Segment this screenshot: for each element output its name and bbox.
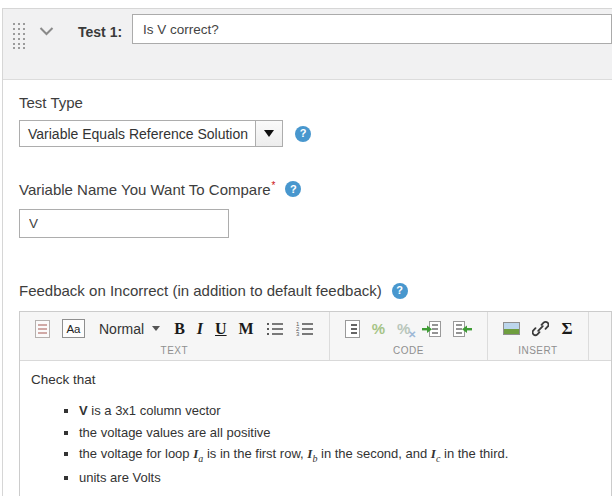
monospace-button[interactable]: M — [239, 320, 254, 338]
drag-handle-icon[interactable] — [13, 23, 25, 49]
toolbar-spacer — [589, 312, 611, 360]
feedback-bullet-item: the voltage values are all positive — [79, 424, 601, 442]
test-type-label: Test Type — [19, 94, 612, 111]
feedback-bullet-list: V is a 3x1 column vectorthe voltage valu… — [31, 402, 601, 487]
test-number-label: Test 1: — [78, 24, 122, 40]
chevron-down-icon — [152, 326, 160, 331]
feedback-bullet-item: units are Volts — [79, 469, 601, 487]
toolbar-group-insert: Σ INSERT — [488, 312, 588, 360]
help-icon[interactable]: ? — [285, 181, 301, 197]
toolbar-group-code: % %✕ — [330, 312, 489, 360]
insert-image-icon[interactable] — [503, 322, 520, 335]
dropdown-arrow-icon[interactable] — [255, 121, 282, 146]
feedback-editor-content[interactable]: Check that V is a 3x1 column vectorthe v… — [20, 361, 611, 496]
variable-name-label-row: Variable Name You Want To Compare* ? — [19, 180, 612, 198]
help-icon[interactable]: ? — [295, 126, 311, 142]
insert-equation-button[interactable]: Σ — [561, 319, 572, 339]
svg-text:3: 3 — [296, 331, 300, 336]
required-asterisk: * — [272, 180, 276, 191]
feedback-bullet-item: the voltage for loop Ia is in the first … — [79, 445, 601, 465]
code-block-icon[interactable] — [345, 320, 360, 338]
feedback-editor: Aa Normal B I U M — [19, 311, 612, 496]
variable-name-label: Variable Name You Want To Compare* — [19, 180, 275, 198]
bold-button[interactable]: B — [174, 320, 185, 338]
toolbar-caption-code: CODE — [330, 345, 488, 360]
toolbar-group-text: Aa Normal B I U M — [20, 312, 330, 360]
test-type-select[interactable]: Variable Equals Reference Solution — [19, 120, 283, 147]
insert-link-icon[interactable] — [532, 320, 549, 337]
toolbar-caption-text: TEXT — [20, 345, 329, 360]
font-style-button[interactable]: Aa — [62, 319, 85, 338]
indent-button[interactable] — [422, 320, 441, 338]
uncomment-button[interactable]: %✕ — [397, 320, 410, 337]
underline-button[interactable]: U — [215, 320, 227, 338]
test-type-selected-value: Variable Equals Reference Solution — [20, 121, 255, 146]
feedback-label: Feedback on Incorrect (in addition to de… — [19, 282, 382, 299]
toolbar-caption-insert: INSERT — [488, 345, 587, 360]
test-title-input[interactable] — [132, 14, 612, 44]
test-header-bar: Test 1: — [3, 9, 612, 80]
italic-button[interactable]: I — [197, 320, 203, 338]
document-view-icon[interactable] — [35, 320, 50, 338]
numbered-list-button[interactable]: 123 — [296, 321, 314, 336]
paragraph-style-value: Normal — [99, 321, 144, 337]
help-icon[interactable]: ? — [392, 283, 408, 299]
feedback-label-row: Feedback on Incorrect (in addition to de… — [19, 282, 612, 299]
test-body: Test Type Variable Equals Reference Solu… — [3, 80, 612, 496]
bullet-list-button[interactable] — [266, 321, 284, 336]
editor-toolbar: Aa Normal B I U M — [20, 312, 611, 361]
paragraph-style-dropdown[interactable]: Normal — [99, 321, 160, 337]
x-mark-icon: ✕ — [408, 329, 416, 340]
outdent-button[interactable] — [453, 320, 472, 338]
collapse-chevron-icon[interactable] — [39, 27, 54, 36]
comment-button[interactable]: % — [372, 320, 385, 337]
feedback-intro-text: Check that — [31, 372, 601, 387]
feedback-bullet-item: V is a 3x1 column vector — [79, 402, 601, 420]
variable-name-input[interactable] — [19, 209, 229, 238]
test-panel: Test 1: Test Type Variable Equals Refere… — [2, 8, 612, 496]
